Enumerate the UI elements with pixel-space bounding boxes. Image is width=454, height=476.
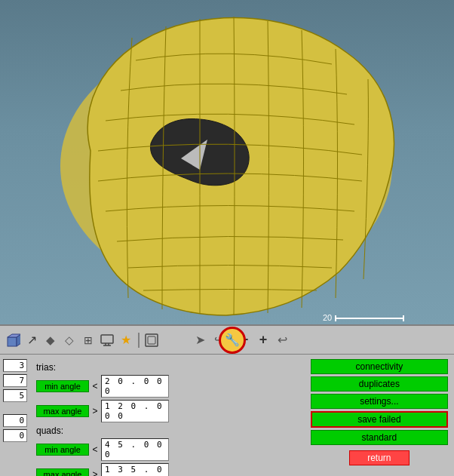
trias-val-3: 5: [3, 389, 27, 402]
trias-min-row: min angle < 2 0 . 0 0 0: [36, 375, 299, 398]
wrench-icon: 🔧: [225, 333, 240, 347]
wrench-tool-button[interactable]: 🔧: [219, 327, 246, 354]
duplicates-button[interactable]: duplicates: [311, 376, 448, 392]
diamond-outline-icon[interactable]: ◇: [61, 332, 78, 349]
quads-min-value: 4 5 . 0 0 0: [101, 438, 169, 461]
trias-label: trias:: [36, 362, 299, 373]
svg-text:20: 20: [323, 313, 332, 322]
connectivity-button[interactable]: connectivity: [311, 359, 448, 374]
pointer-icon[interactable]: ↗: [23, 332, 40, 349]
trias-vals-group: 3 7 5: [3, 359, 27, 402]
standard-button[interactable]: standard: [311, 430, 448, 445]
settings-button[interactable]: settings...: [311, 394, 448, 409]
save-failed-button[interactable]: save failed: [311, 411, 448, 428]
quads-max-angle-button[interactable]: max angle: [36, 468, 89, 476]
return-button[interactable]: return: [349, 450, 410, 465]
arrow-right-icon[interactable]: ➤: [192, 332, 208, 349]
plus-button[interactable]: +: [255, 332, 271, 349]
svg-rect-13: [146, 334, 158, 346]
toolbar-separator-1: [138, 333, 140, 348]
svg-rect-9: [101, 335, 113, 343]
quads-min-sign: <: [91, 444, 99, 455]
bottom-panel: 3 7 5 0 0 trias: min angle < 2 0 . 0 0 0…: [0, 355, 454, 476]
diamond-filled-icon[interactable]: ◆: [42, 332, 59, 349]
toolbar: ↗ ◆ ◇ ⊞ ★ 🔧 ➤ ↪ − + ↩: [0, 324, 454, 355]
trias-max-angle-button[interactable]: max angle: [36, 405, 89, 417]
quads-val-2: 0: [3, 429, 27, 442]
quads-min-angle-button[interactable]: min angle: [36, 444, 89, 456]
star-icon[interactable]: ★: [118, 332, 134, 349]
quads-vals-group: 0 0: [3, 414, 27, 442]
trias-min-sign: <: [91, 381, 99, 392]
right-action-panel: connectivity duplicates settings... save…: [305, 355, 454, 476]
monitor-icon[interactable]: [99, 332, 115, 349]
trias-max-sign: >: [91, 406, 99, 416]
quads-label: quads:: [36, 425, 299, 436]
left-input-panel: trias: min angle < 2 0 . 0 0 0 max angle…: [30, 355, 305, 476]
trias-val-1: 3: [3, 359, 27, 372]
quads-max-row: max angle > 1 3 5 . 0 0 0: [36, 463, 299, 476]
quads-val-1: 0: [3, 414, 27, 427]
svg-rect-6: [8, 337, 17, 346]
frame-icon[interactable]: [143, 332, 160, 349]
trias-min-value: 2 0 . 0 0 0: [101, 375, 169, 398]
trias-val-2: 7: [3, 374, 27, 387]
left-values-column: 3 7 5 0 0: [0, 355, 30, 476]
3d-viewport[interactable]: 20: [0, 0, 454, 324]
undo-icon[interactable]: ↩: [274, 332, 290, 349]
svg-rect-14: [148, 336, 155, 344]
quads-min-row: min angle < 4 5 . 0 0 0: [36, 438, 299, 461]
quads-max-value: 1 3 5 . 0 0 0: [101, 463, 169, 476]
trias-max-row: max angle > 1 2 0 . 0 0 0: [36, 400, 299, 422]
grid-icon[interactable]: ⊞: [80, 332, 97, 349]
circle-spacer: [162, 327, 189, 354]
quads-max-sign: >: [91, 469, 99, 476]
trias-min-angle-button[interactable]: min angle: [36, 380, 89, 392]
cube-icon[interactable]: [5, 332, 21, 349]
trias-max-value: 1 2 0 . 0 0 0: [101, 400, 169, 422]
